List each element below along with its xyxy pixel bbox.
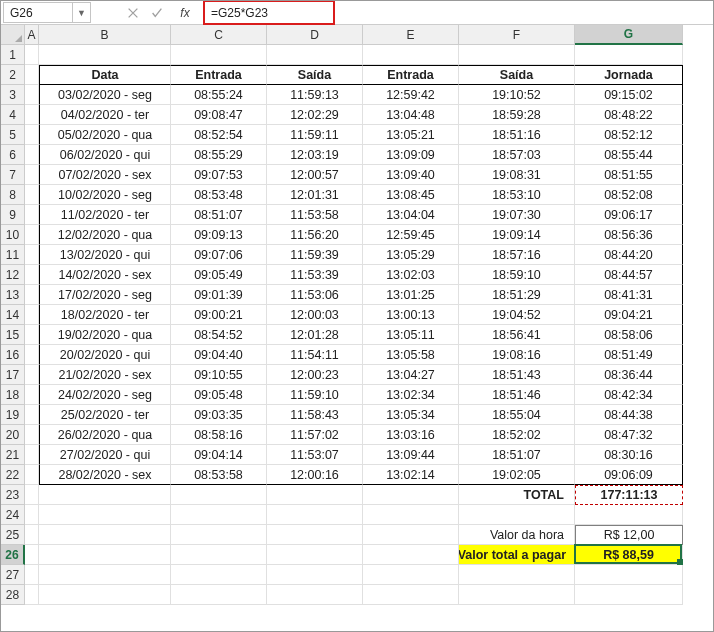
- empty-cell[interactable]: [575, 565, 683, 585]
- empty-cell[interactable]: [25, 245, 39, 265]
- data-cell[interactable]: 21/02/2020 - sex: [39, 365, 171, 385]
- data-cell[interactable]: 08:55:24: [171, 85, 267, 105]
- data-cell[interactable]: 11:59:10: [267, 385, 363, 405]
- data-cell[interactable]: 18:57:16: [459, 245, 575, 265]
- data-cell[interactable]: 18:55:04: [459, 405, 575, 425]
- data-cell[interactable]: 13:03:16: [363, 425, 459, 445]
- empty-cell[interactable]: [25, 285, 39, 305]
- data-cell[interactable]: 08:52:54: [171, 125, 267, 145]
- empty-cell[interactable]: [267, 505, 363, 525]
- empty-cell[interactable]: [267, 585, 363, 605]
- data-cell[interactable]: 09:05:49: [171, 265, 267, 285]
- data-cell[interactable]: 03/02/2020 - seg: [39, 85, 171, 105]
- rate-value[interactable]: R$ 12,00: [575, 525, 683, 545]
- data-cell[interactable]: 24/02/2020 - seg: [39, 385, 171, 405]
- data-cell[interactable]: 10/02/2020 - seg: [39, 185, 171, 205]
- empty-cell[interactable]: [25, 365, 39, 385]
- table-header[interactable]: Jornada: [575, 65, 683, 85]
- empty-cell[interactable]: [25, 405, 39, 425]
- data-cell[interactable]: 11:59:11: [267, 125, 363, 145]
- data-cell[interactable]: 28/02/2020 - sex: [39, 465, 171, 485]
- data-cell[interactable]: 08:51:07: [171, 205, 267, 225]
- data-cell[interactable]: 08:53:58: [171, 465, 267, 485]
- empty-cell[interactable]: [171, 505, 267, 525]
- data-cell[interactable]: 09:10:55: [171, 365, 267, 385]
- empty-cell[interactable]: [25, 565, 39, 585]
- row-header-11[interactable]: 11: [1, 245, 25, 265]
- row-header-16[interactable]: 16: [1, 345, 25, 365]
- data-cell[interactable]: 08:47:32: [575, 425, 683, 445]
- data-cell[interactable]: 12:00:57: [267, 165, 363, 185]
- empty-cell[interactable]: [267, 485, 363, 505]
- empty-cell[interactable]: [25, 445, 39, 465]
- row-header-3[interactable]: 3: [1, 85, 25, 105]
- data-cell[interactable]: 11:59:13: [267, 85, 363, 105]
- data-cell[interactable]: 08:51:49: [575, 345, 683, 365]
- data-cell[interactable]: 05/02/2020 - qua: [39, 125, 171, 145]
- row-header-2[interactable]: 2: [1, 65, 25, 85]
- empty-cell[interactable]: [25, 545, 39, 565]
- data-cell[interactable]: 08:56:36: [575, 225, 683, 245]
- data-cell[interactable]: 12:00:16: [267, 465, 363, 485]
- empty-cell[interactable]: [575, 585, 683, 605]
- empty-cell[interactable]: [459, 565, 575, 585]
- data-cell[interactable]: 08:55:29: [171, 145, 267, 165]
- data-cell[interactable]: 08:52:12: [575, 125, 683, 145]
- empty-cell[interactable]: [25, 505, 39, 525]
- empty-cell[interactable]: [25, 145, 39, 165]
- empty-cell[interactable]: [25, 305, 39, 325]
- data-cell[interactable]: 27/02/2020 - qui: [39, 445, 171, 465]
- row-header-10[interactable]: 10: [1, 225, 25, 245]
- data-cell[interactable]: 08:55:44: [575, 145, 683, 165]
- row-header-9[interactable]: 9: [1, 205, 25, 225]
- empty-cell[interactable]: [575, 505, 683, 525]
- empty-cell[interactable]: [25, 105, 39, 125]
- empty-cell[interactable]: [363, 485, 459, 505]
- col-header-E[interactable]: E: [363, 25, 459, 45]
- table-header[interactable]: Saída: [459, 65, 575, 85]
- empty-cell[interactable]: [267, 45, 363, 65]
- data-cell[interactable]: 13:05:11: [363, 325, 459, 345]
- data-cell[interactable]: 11:57:02: [267, 425, 363, 445]
- data-cell[interactable]: 18:56:41: [459, 325, 575, 345]
- empty-cell[interactable]: [39, 565, 171, 585]
- data-cell[interactable]: 09:15:02: [575, 85, 683, 105]
- row-header-6[interactable]: 6: [1, 145, 25, 165]
- empty-cell[interactable]: [25, 345, 39, 365]
- data-cell[interactable]: 20/02/2020 - qui: [39, 345, 171, 365]
- table-header[interactable]: Saída: [267, 65, 363, 85]
- empty-cell[interactable]: [459, 585, 575, 605]
- name-box[interactable]: G26 ▼: [3, 2, 91, 23]
- data-cell[interactable]: 18:51:29: [459, 285, 575, 305]
- data-cell[interactable]: 09:07:53: [171, 165, 267, 185]
- empty-cell[interactable]: [25, 125, 39, 145]
- data-cell[interactable]: 09:07:06: [171, 245, 267, 265]
- row-header-5[interactable]: 5: [1, 125, 25, 145]
- fx-icon[interactable]: fx: [175, 4, 195, 22]
- empty-cell[interactable]: [363, 545, 459, 565]
- data-cell[interactable]: 19:07:30: [459, 205, 575, 225]
- data-cell[interactable]: 09:06:09: [575, 465, 683, 485]
- empty-cell[interactable]: [25, 385, 39, 405]
- data-cell[interactable]: 09:01:39: [171, 285, 267, 305]
- data-cell[interactable]: 09:04:40: [171, 345, 267, 365]
- data-cell[interactable]: 08:42:34: [575, 385, 683, 405]
- data-cell[interactable]: 09:04:21: [575, 305, 683, 325]
- data-cell[interactable]: 13:09:40: [363, 165, 459, 185]
- rate-label[interactable]: Valor da hora: [459, 525, 575, 545]
- data-cell[interactable]: 12/02/2020 - qua: [39, 225, 171, 245]
- empty-cell[interactable]: [363, 525, 459, 545]
- data-cell[interactable]: 25/02/2020 - ter: [39, 405, 171, 425]
- empty-cell[interactable]: [171, 565, 267, 585]
- data-cell[interactable]: 13:02:34: [363, 385, 459, 405]
- data-cell[interactable]: 09:06:17: [575, 205, 683, 225]
- empty-cell[interactable]: [363, 565, 459, 585]
- data-cell[interactable]: 12:59:42: [363, 85, 459, 105]
- row-header-13[interactable]: 13: [1, 285, 25, 305]
- row-header-23[interactable]: 23: [1, 485, 25, 505]
- data-cell[interactable]: 09:04:14: [171, 445, 267, 465]
- data-cell[interactable]: 13:00:13: [363, 305, 459, 325]
- empty-cell[interactable]: [25, 525, 39, 545]
- empty-cell[interactable]: [39, 525, 171, 545]
- empty-cell[interactable]: [25, 425, 39, 445]
